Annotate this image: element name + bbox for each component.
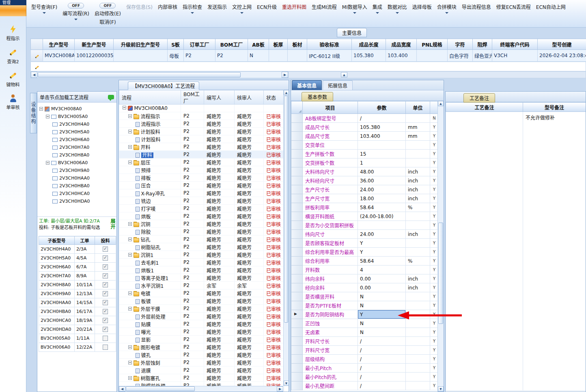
sidebar-item[interactable]: 单审核 (6, 94, 20, 110)
param-value[interactable]: 0.00 (358, 274, 406, 283)
scroll-down-icon[interactable] (438, 386, 444, 392)
process-row[interactable]: 打字唛 P2 臧艳芳 臧艳芳 已审核 (119, 205, 284, 212)
process-row[interactable]: 钻孔 P2 臧艳芳 臧艳芳 已审核 (119, 236, 284, 243)
param-value[interactable]: 48.00 (358, 167, 406, 176)
row-selector[interactable] (291, 114, 303, 123)
tree-expander-icon[interactable] (128, 130, 132, 133)
process-row[interactable]: 开料 P2 臧艳芳 臧艳芳 已审核 (119, 143, 284, 151)
toolbar-button[interactable]: 保存信息(S) (125, 3, 153, 11)
subboard-row[interactable]: 2V3CH0HCA0 18/19A (39, 316, 116, 325)
param-value[interactable]: 58.64 (358, 257, 406, 266)
tree-expander-icon[interactable] (128, 222, 132, 226)
param-row[interactable]: 层级结构 / Y (291, 355, 439, 364)
param-row[interactable]: 最小Pitch的孔 / Y (291, 373, 439, 381)
column-header[interactable]: 字符 (448, 39, 473, 50)
column-header[interactable]: 单位 (406, 101, 430, 114)
process-row[interactable]: 退膜 P2 臧艳芳 臧艳芳 已审核 (119, 366, 284, 374)
corner-cell[interactable] (291, 101, 303, 114)
scroll-down-icon[interactable] (284, 381, 289, 386)
param-row[interactable]: 成品尺寸长 105.380 mm Y (291, 123, 439, 132)
process-row[interactable]: X-Ray冲孔 P2 臧艳芳 臧艳芳 已审核 (119, 189, 284, 197)
tree-expander-icon[interactable] (128, 145, 132, 149)
subboard-row[interactable]: 2V3CH0H9A0 12/13A (39, 289, 116, 298)
subboard-row[interactable]: 2V3CH0HBA0 16/17A (39, 307, 116, 316)
feed-checkbox[interactable] (103, 273, 108, 278)
process-row[interactable]: 外层前处理 P2 臧艳芳 臧艳芳 已审核 (119, 313, 284, 320)
process-row[interactable]: 排板 P2 臧艳芳 臧艳芳 已审核 (119, 174, 284, 182)
column-header[interactable]: BOM工厂 (181, 90, 204, 105)
column-header[interactable]: 成品长度 (352, 39, 386, 50)
dropdown-arrow-icon[interactable] (106, 27, 109, 28)
param-row[interactable]: 最小孔壁间距 / Y (291, 381, 439, 390)
row-selector[interactable] (291, 319, 303, 328)
row-selector[interactable] (291, 212, 303, 221)
tree-node[interactable]: 2V3CH0H8A0 (37, 151, 116, 159)
row-selector[interactable] (291, 364, 303, 373)
param-value[interactable]: 103.400 (358, 132, 406, 141)
process-row[interactable]: 流程指示 P2 臧艳芳 臧艳芳 已审核 (119, 112, 284, 120)
column-header[interactable]: 工艺备注 (446, 103, 523, 112)
tree-expander-icon[interactable] (128, 307, 132, 311)
param-row[interactable]: 是否为PTFE板材 N Y (291, 301, 439, 310)
process-row[interactable]: 沉铜 P2 臧艳芳 臧艳芳 已审核 (119, 220, 284, 228)
feed-checkbox[interactable] (103, 345, 108, 350)
tree-expander-icon[interactable] (128, 361, 132, 364)
param-value[interactable]: / (358, 381, 406, 390)
param-value[interactable]: 36.00 (358, 176, 406, 185)
process-row[interactable]: 曝光 P2 臧艳芳 臧艳芳 已审核 (119, 328, 284, 336)
tree-expander-icon[interactable] (46, 115, 50, 118)
row-selector[interactable] (291, 328, 303, 337)
toolbar-button[interactable]: 型号查询(F) (30, 3, 58, 11)
param-row[interactable]: 综合利用率是否为最高 Y Y (291, 248, 439, 257)
tree-node[interactable]: 2V3CH0H9A0 (37, 167, 116, 174)
column-header[interactable]: 型号创建 (538, 39, 586, 50)
row-selector[interactable] (291, 203, 303, 212)
tree-node[interactable]: 2V3CH0HCA0 (37, 190, 116, 197)
param-row[interactable]: 生产拼板个数 15 Y (291, 150, 439, 159)
param-value[interactable] (358, 221, 406, 230)
toolbar-button[interactable]: 指示检查 (182, 3, 203, 11)
tree-node[interactable]: 2V3CH0H6A0 (37, 136, 116, 144)
param-value[interactable]: 58.64 (358, 203, 406, 212)
process-row[interactable]: 烘板1 P2 臧艳芳 臧艳芳 已审核 (119, 266, 284, 274)
param-value[interactable]: 0.00 (358, 283, 406, 292)
param-value[interactable]: / (358, 337, 406, 346)
param-value[interactable]: / (358, 364, 406, 373)
param-row[interactable]: 无卤素 N Y (291, 328, 439, 337)
param-row[interactable]: 是否为阴阳铜结构 Y Y (291, 310, 439, 319)
process-row[interactable]: 贴膜 P2 臧艳芳 臧艳芳 已审核 (119, 320, 284, 328)
param-row[interactable]: 开料尺寸长 / Y (291, 337, 439, 346)
process-row[interactable]: 预排 P2 臧艳芳 臧艳芳 已审核 (119, 166, 284, 174)
param-row[interactable]: 综合利用率 58.64 % Y (291, 257, 439, 266)
model-data-row[interactable]: MV3CH008A010012200003563母板P2P2NIPC-6012 … (31, 50, 586, 62)
tab-extended-info[interactable]: 拓展信息 (323, 80, 353, 90)
row-selector[interactable] (291, 159, 303, 167)
tree-node[interactable]: BV3CH005A0 (37, 113, 116, 120)
column-header[interactable]: 参数 (358, 101, 406, 114)
tree-node[interactable]: 2V3CH0H7A0 (37, 144, 116, 151)
toolbar-button[interactable]: 发送指示 (207, 3, 228, 11)
row-selector[interactable] (291, 337, 303, 346)
scroll-up-icon[interactable] (438, 101, 444, 106)
collapse-arrow-button[interactable] (341, 72, 347, 77)
row-selector[interactable] (291, 167, 303, 176)
dropdown-arrow-icon[interactable] (396, 12, 399, 14)
sidebar-item[interactable]: 键物料 (6, 71, 20, 88)
tree-expander-icon[interactable] (39, 107, 43, 111)
subboard-row[interactable]: 2V3CH0H5A0 4/5A (39, 254, 116, 263)
param-value[interactable] (358, 141, 406, 150)
row-selector[interactable] (291, 221, 303, 230)
vertical-scrollbar[interactable] (437, 101, 444, 392)
chat-bubble-icon[interactable] (108, 95, 114, 99)
param-row[interactable]: 生产尺寸长 24.00 inch Y (291, 185, 439, 194)
row-selector[interactable] (291, 283, 303, 292)
scroll-left-icon[interactable] (31, 72, 37, 78)
param-row[interactable]: 开料数 4 Y (291, 266, 439, 274)
tab-process-remarks[interactable]: 工艺备注 (463, 93, 495, 103)
process-row[interactable]: 层压 P2 臧艳芳 臧艳芳 已审核 (119, 159, 284, 166)
scroll-right-icon[interactable] (282, 72, 288, 78)
param-value[interactable]: (24.00-18.00) (358, 212, 406, 221)
toolbar-button[interactable]: 重选开料图 (281, 3, 307, 11)
scroll-up-icon[interactable] (284, 90, 289, 95)
process-row[interactable]: 板镀 P2 臧艳芳 臧艳芳 已审核 (119, 297, 284, 305)
